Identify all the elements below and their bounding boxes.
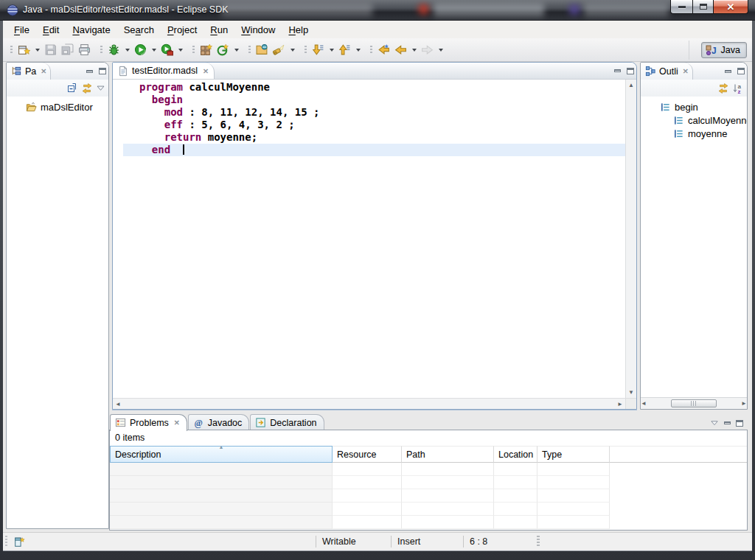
- tree-item-madsleditor[interactable]: maDslEditor: [7, 100, 108, 113]
- menu-item-navigate[interactable]: Navigate: [66, 22, 116, 38]
- debug-button[interactable]: [106, 41, 122, 58]
- search-button[interactable]: [271, 41, 287, 58]
- java-perspective-button[interactable]: J Java: [701, 42, 747, 58]
- column-header-type[interactable]: Type: [537, 446, 610, 463]
- minimize-view-button[interactable]: [722, 63, 734, 80]
- title-bar[interactable]: Java - maDslEditor/testEditor.madsl - Ec…: [0, 0, 755, 21]
- code-line-2[interactable]: begin: [123, 94, 625, 106]
- close-tab-icon[interactable]: ✕: [203, 67, 209, 75]
- scroll-down-icon[interactable]: ▼: [628, 387, 634, 398]
- view-menu-icon[interactable]: [710, 419, 719, 427]
- tab-problems[interactable]: Problems✕: [110, 414, 187, 431]
- maximize-view-button[interactable]: [734, 63, 747, 80]
- menu-item-project[interactable]: Project: [161, 22, 203, 38]
- link-with-editor-icon[interactable]: [717, 83, 729, 94]
- tab-outline[interactable]: Outli ✕: [641, 63, 693, 80]
- table-row[interactable]: [110, 516, 747, 529]
- run-external-tools-button[interactable]: [159, 41, 175, 58]
- scroll-right-icon[interactable]: ►: [741, 398, 747, 409]
- tab-javadoc[interactable]: @Javadoc: [188, 414, 250, 430]
- dropdown-arrow-icon[interactable]: [125, 49, 130, 52]
- code-line-3[interactable]: mod : 8, 11, 12, 14, 15 ;: [123, 106, 625, 119]
- column-header-location[interactable]: Location: [494, 446, 537, 463]
- dropdown-arrow-icon[interactable]: [290, 49, 295, 52]
- view-menu-icon[interactable]: [96, 83, 105, 93]
- sort-icon[interactable]: az: [732, 83, 744, 94]
- maximize-view-button[interactable]: [96, 63, 108, 80]
- dropdown-arrow-icon[interactable]: [152, 49, 156, 52]
- problems-icon: [115, 417, 126, 428]
- dropdown-arrow-icon[interactable]: [356, 49, 361, 52]
- trim-grip[interactable]: [5, 536, 7, 547]
- tree-item-calculmoyenne[interactable]: calculMoyenne: [641, 113, 747, 127]
- scroll-up-icon[interactable]: ▲: [628, 80, 634, 91]
- column-header-description[interactable]: ▲Description: [110, 446, 333, 463]
- close-tab-icon[interactable]: ✕: [683, 67, 689, 75]
- new-wizard-button[interactable]: [16, 41, 32, 58]
- maximize-view-button[interactable]: [736, 420, 743, 427]
- tab-declaration[interactable]: Declaration: [250, 414, 324, 430]
- code-line-1[interactable]: program calculMoyenne: [123, 81, 625, 94]
- code-line-6[interactable]: end: [123, 144, 625, 156]
- code-line-4[interactable]: eff : 5, 6, 4, 3, 2 ;: [123, 119, 625, 131]
- new-wizard-g-icon: [217, 43, 229, 56]
- horizontal-scrollbar[interactable]: ◄ ►: [113, 399, 625, 409]
- last-edit-location-button[interactable]: [376, 41, 392, 58]
- scroll-left-icon[interactable]: ◄: [641, 398, 647, 409]
- outline-horizontal-scrollbar[interactable]: ◄ ►: [641, 397, 747, 409]
- minimize-editor-button[interactable]: [611, 63, 624, 79]
- scrollbar-track[interactable]: [647, 399, 741, 407]
- outline-view-icon: [645, 66, 656, 77]
- menu-item-file[interactable]: File: [7, 22, 36, 38]
- next-annotation-button[interactable]: [310, 41, 326, 58]
- scroll-left-icon[interactable]: ◄: [115, 399, 121, 410]
- close-button[interactable]: ✕: [713, 0, 748, 14]
- column-header-resource[interactable]: Resource: [333, 446, 402, 463]
- dropdown-arrow-icon[interactable]: [178, 49, 183, 52]
- open-type-button[interactable]: [254, 41, 270, 58]
- minimize-view-button[interactable]: [83, 63, 96, 80]
- new-java-project-button[interactable]: [198, 41, 214, 58]
- back-button[interactable]: [393, 41, 408, 58]
- link-with-editor-icon[interactable]: [81, 83, 93, 94]
- dropdown-arrow-icon[interactable]: [234, 49, 239, 52]
- previous-annotation-button[interactable]: [337, 41, 352, 58]
- outline-header: Outli ✕: [641, 63, 747, 80]
- maximize-button[interactable]: [692, 0, 713, 14]
- tab-package-explorer[interactable]: Pa ✕: [7, 63, 51, 80]
- menu-item-search[interactable]: Search: [117, 22, 161, 38]
- trim-grip[interactable]: [537, 536, 540, 547]
- menu-item-edit[interactable]: Edit: [36, 22, 66, 38]
- dropdown-arrow-icon[interactable]: [35, 49, 40, 52]
- maximize-editor-button[interactable]: [624, 63, 636, 79]
- tree-item-begin[interactable]: begin: [641, 100, 747, 113]
- run-button[interactable]: [133, 41, 148, 58]
- table-row[interactable]: [110, 476, 747, 489]
- close-tab-icon[interactable]: ✕: [41, 67, 46, 75]
- table-row[interactable]: [110, 503, 747, 516]
- vertical-scrollbar[interactable]: ▲ ▼: [625, 80, 636, 398]
- tab-testeditor-madsl[interactable]: testEditor.madsl ✕: [113, 63, 215, 79]
- menu-item-help[interactable]: Help: [282, 22, 315, 38]
- close-tab-icon[interactable]: ✕: [174, 419, 180, 427]
- scroll-right-icon[interactable]: ►: [617, 399, 623, 410]
- new-wizard-g-button[interactable]: [215, 41, 231, 58]
- dropdown-arrow-icon[interactable]: [439, 49, 443, 52]
- code-line-5[interactable]: return moyenne;: [123, 131, 625, 144]
- declaration-icon: [255, 417, 266, 428]
- minimize-view-button[interactable]: [724, 421, 731, 424]
- dropdown-arrow-icon[interactable]: [412, 49, 417, 52]
- fast-view-button[interactable]: [13, 536, 26, 548]
- minimize-button[interactable]: [670, 0, 692, 14]
- column-header-path[interactable]: Path: [402, 446, 494, 463]
- table-row[interactable]: [110, 489, 747, 503]
- scrollbar-thumb[interactable]: [671, 399, 717, 407]
- menu-item-run[interactable]: Run: [203, 22, 234, 38]
- tree-item-moyenne[interactable]: moyenne: [641, 127, 747, 140]
- code-area[interactable]: program calculMoyenne begin mod : 8, 11,…: [123, 80, 625, 398]
- table-row[interactable]: [110, 463, 747, 476]
- dropdown-arrow-icon[interactable]: [330, 49, 334, 52]
- collapse-all-icon[interactable]: [66, 83, 78, 94]
- print-button[interactable]: [77, 41, 92, 58]
- menu-item-window[interactable]: Window: [234, 22, 282, 38]
